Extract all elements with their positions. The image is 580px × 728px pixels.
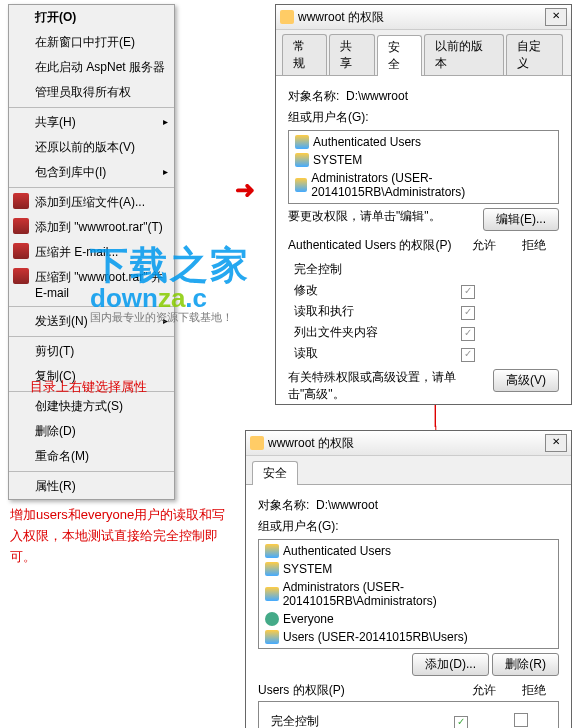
dialog-body: 对象名称: D:\wwwroot 组或用户名(G): Authenticated… <box>276 76 571 404</box>
user-list[interactable]: Authenticated Users SYSTEM Administrator… <box>258 539 559 649</box>
permissions-dialog-2: wwwroot 的权限 ✕ 安全 对象名称: D:\wwwroot 组或用户名(… <box>245 430 572 728</box>
menu-send-to[interactable]: 发送到(N)▸ <box>9 309 174 334</box>
user-row[interactable]: Administrators (USER-20141015RB\Administ… <box>291 169 556 201</box>
dialog-title: wwwroot 的权限 <box>298 9 543 26</box>
group-icon <box>265 630 279 644</box>
object-name-value: D:\wwwroot <box>316 498 378 512</box>
object-name-value: D:\wwwroot <box>346 89 408 103</box>
user-row[interactable]: SYSTEM <box>261 560 556 578</box>
folder-icon <box>280 10 294 24</box>
add-button[interactable]: 添加(D)... <box>412 653 489 676</box>
rar-icon <box>13 193 29 209</box>
menu-compress-email[interactable]: 压缩并 E-mail... <box>9 240 174 265</box>
close-icon[interactable]: ✕ <box>545 8 567 26</box>
titlebar[interactable]: wwwroot 的权限 ✕ <box>246 431 571 456</box>
menu-separator <box>9 187 174 188</box>
tab-security[interactable]: 安全 <box>377 35 422 76</box>
group-icon <box>265 587 279 601</box>
context-menu: 打开(O) 在新窗口中打开(E) 在此启动 AspNet 服务器 管理员取得所有… <box>8 4 175 500</box>
advanced-button[interactable]: 高级(V) <box>493 369 559 392</box>
group-icon <box>295 135 309 149</box>
user-row[interactable]: Authenticated Users <box>261 542 556 560</box>
chevron-right-icon: ▸ <box>163 116 168 127</box>
chevron-right-icon: ▸ <box>163 166 168 177</box>
menu-separator <box>9 336 174 337</box>
menu-delete[interactable]: 删除(D) <box>9 419 174 444</box>
menu-separator <box>9 471 174 472</box>
deny-label: 拒绝 <box>509 237 559 254</box>
check-icon <box>461 348 475 362</box>
group-icon <box>265 544 279 558</box>
rar-icon <box>13 218 29 234</box>
group-icon <box>265 562 279 576</box>
menu-properties[interactable]: 属性(R) <box>9 474 174 499</box>
tab-general[interactable]: 常规 <box>282 34 327 75</box>
menu-separator <box>9 306 174 307</box>
permission-table: 完全控制 修改 读取和执行 列出文件夹内容 读取 <box>265 710 552 728</box>
user-row[interactable]: SYSTEM <box>291 151 556 169</box>
rar-icon <box>13 243 29 259</box>
check-icon <box>461 285 475 299</box>
menu-compress-rar-email[interactable]: 压缩到 "wwwroot.rar" 并 E-mail <box>9 265 174 304</box>
menu-shortcut[interactable]: 创建快捷方式(S) <box>9 394 174 419</box>
user-row[interactable]: Users (USER-20141015RB\Users) <box>261 628 556 646</box>
group-icon <box>295 178 307 192</box>
menu-cut[interactable]: 剪切(T) <box>9 339 174 364</box>
edit-hint: 要更改权限，请单击"编辑"。 <box>288 208 441 225</box>
perm-header: Users 的权限(P) <box>258 682 459 699</box>
dialog-body: 对象名称: D:\wwwroot 组或用户名(G): Authenticated… <box>246 485 571 728</box>
user-row[interactable]: Administrators (USER-20141015RB\Administ… <box>261 578 556 610</box>
user-row[interactable]: Authenticated Users <box>291 133 556 151</box>
menu-separator <box>9 107 174 108</box>
menu-add-archive[interactable]: 添加到压缩文件(A)... <box>9 190 174 215</box>
tab-previous[interactable]: 以前的版本 <box>424 34 504 75</box>
tab-security[interactable]: 安全 <box>252 461 298 485</box>
arrow-right-icon: ➜ <box>235 176 255 204</box>
dialog-title: wwwroot 的权限 <box>268 435 543 452</box>
user-list[interactable]: Authenticated Users SYSTEM Administrator… <box>288 130 559 204</box>
user-icon <box>265 612 279 626</box>
tab-sharing[interactable]: 共享 <box>329 34 374 75</box>
check-icon <box>461 327 475 341</box>
menu-aspnet[interactable]: 在此启动 AspNet 服务器 <box>9 55 174 80</box>
menu-include-lib[interactable]: 包含到库中(I)▸ <box>9 160 174 185</box>
menu-admin-own[interactable]: 管理员取得所有权 <box>9 80 174 105</box>
titlebar[interactable]: wwwroot 的权限 ✕ <box>276 5 571 30</box>
advanced-hint: 有关特殊权限或高级设置，请单击"高级"。 <box>288 369 468 403</box>
folder-icon <box>250 436 264 450</box>
group-icon <box>295 153 309 167</box>
checkbox-deny[interactable] <box>514 713 528 727</box>
allow-label: 允许 <box>459 682 509 699</box>
menu-share[interactable]: 共享(H)▸ <box>9 110 174 135</box>
menu-rename[interactable]: 重命名(M) <box>9 444 174 469</box>
permission-box: 完全控制 修改 读取和执行 列出文件夹内容 读取 <box>258 701 559 728</box>
menu-open[interactable]: 打开(O) <box>9 5 174 30</box>
user-row[interactable]: Everyone <box>261 610 556 628</box>
checkbox-allow[interactable] <box>454 716 468 729</box>
menu-new-window[interactable]: 在新窗口中打开(E) <box>9 30 174 55</box>
remove-button[interactable]: 删除(R) <box>492 653 559 676</box>
properties-dialog-1: wwwroot 的权限 ✕ 常规 共享 安全 以前的版本 自定义 对象名称: D… <box>275 4 572 405</box>
group-label: 组或用户名(G): <box>258 518 559 535</box>
group-label: 组或用户名(G): <box>288 109 559 126</box>
permission-table: 完全控制 修改 读取和执行 列出文件夹内容 读取 <box>288 258 559 365</box>
tab-bar: 常规 共享 安全 以前的版本 自定义 <box>276 30 571 76</box>
tab-custom[interactable]: 自定义 <box>506 34 563 75</box>
menu-restore-prev[interactable]: 还原以前的版本(V) <box>9 135 174 160</box>
annotation-3: 增加users和everyone用户的读取和写入权限，本地测试直接给完全控制即可… <box>10 505 230 567</box>
check-icon <box>461 306 475 320</box>
rar-icon <box>13 268 29 284</box>
chevron-right-icon: ▸ <box>163 315 168 326</box>
edit-button[interactable]: 编辑(E)... <box>483 208 559 231</box>
object-name-label: 对象名称: <box>288 89 339 103</box>
perm-header: Authenticated Users 的权限(P) <box>288 237 459 254</box>
tab-bar: 安全 <box>246 456 571 485</box>
deny-label: 拒绝 <box>509 682 559 699</box>
menu-add-to-rar[interactable]: 添加到 "wwwroot.rar"(T) <box>9 215 174 240</box>
close-icon[interactable]: ✕ <box>545 434 567 452</box>
annotation-1: 目录上右键选择属性 <box>30 378 147 396</box>
object-name-label: 对象名称: <box>258 498 309 512</box>
allow-label: 允许 <box>459 237 509 254</box>
